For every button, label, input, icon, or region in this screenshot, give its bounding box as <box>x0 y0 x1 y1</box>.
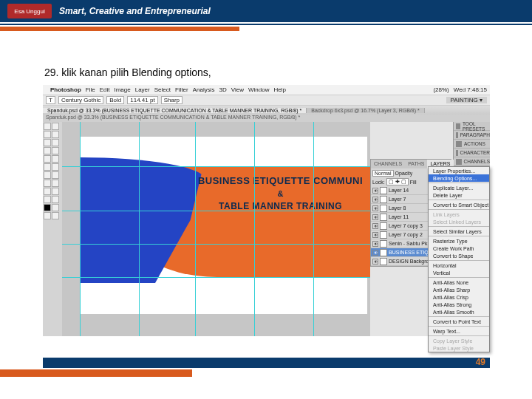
font-family-dropdown[interactable]: Century Gothic <box>58 96 103 104</box>
menu-window[interactable]: Window <box>248 86 269 93</box>
ctx-item[interactable]: Delete Layer <box>429 191 489 199</box>
panel-icon <box>456 141 462 147</box>
quickmask-tool[interactable] <box>44 212 51 219</box>
type-tool-icon[interactable]: T <box>46 96 55 104</box>
menu-analysis[interactable]: Analysis <box>193 86 215 93</box>
screenmode-tool[interactable] <box>52 212 59 219</box>
menu-edit[interactable]: Edit <box>100 86 110 93</box>
guide-v <box>254 122 255 336</box>
ctx-item[interactable]: Horizontal <box>429 262 489 269</box>
ctx-item[interactable]: Anti-Alias Strong <box>429 301 489 308</box>
step-number: 29. <box>44 66 58 78</box>
ctx-item[interactable]: Convert to Point Text <box>429 318 489 325</box>
eyedrop-tool[interactable] <box>52 139 59 146</box>
ctx-item[interactable]: Anti-Alias Crisp <box>429 293 489 301</box>
tab-paths[interactable]: PATHS <box>405 160 427 168</box>
dock-paragraph[interactable]: PARAGRAPH <box>454 131 490 140</box>
menu-layer[interactable]: Layer <box>135 86 150 93</box>
fg-swatch[interactable] <box>44 204 51 211</box>
visibility-icon[interactable]: 👁 <box>372 232 378 238</box>
workspace-switcher[interactable]: PAINTING ▾ <box>446 97 487 103</box>
tab-channels[interactable]: CHANNELS <box>371 160 405 168</box>
dock-tool-presets[interactable]: TOOL PRESETS <box>454 122 490 131</box>
ctx-item[interactable]: Layer Properties... <box>429 167 489 174</box>
zoom-tool[interactable] <box>52 196 59 203</box>
dock-actions[interactable]: ACTIONS <box>454 140 490 149</box>
crop-tool[interactable] <box>44 139 51 146</box>
wand-tool[interactable] <box>52 131 59 138</box>
ctx-item[interactable]: Create Work Path <box>429 245 489 252</box>
banner-ampersand: & <box>195 189 366 198</box>
options-bar: T Century Gothic Bold 114.41 pt Sharp PA… <box>43 95 490 106</box>
right-panels: TOOL PRESETS PARAGRAPH ACTIONS CHARACTER… <box>370 122 490 336</box>
doc-tab-2[interactable]: Backdrop 6x3.psd @ 16.7% (Layer 3, RGB/8… <box>307 108 424 113</box>
doc-tab-1[interactable]: Spanduk.psd @ 33.3% (BUSINESS ETIQUETTE … <box>43 108 307 113</box>
blur-tool[interactable] <box>44 171 51 179</box>
menu-select[interactable]: Select <box>154 86 171 93</box>
header-blue-bar: Esa Unggul Smart, Creative and Entrepren… <box>0 0 532 22</box>
visibility-icon[interactable]: 👁 <box>372 259 378 265</box>
gradient-tool[interactable] <box>52 163 59 171</box>
blend-mode-dropdown[interactable]: Normal <box>372 170 394 177</box>
menu-filter[interactable]: Filter <box>175 86 188 93</box>
visibility-icon[interactable]: 👁 <box>372 241 378 247</box>
ctx-item[interactable]: Rasterize Type <box>429 237 489 245</box>
ctx-item[interactable]: Vertical <box>429 269 489 276</box>
guide-h <box>62 244 370 245</box>
menu-view[interactable]: View <box>231 86 244 93</box>
brush-tool[interactable] <box>52 147 59 154</box>
visibility-icon[interactable]: 👁 <box>372 188 378 194</box>
heal-tool[interactable] <box>44 147 51 154</box>
visibility-icon[interactable]: 👁 <box>372 223 378 229</box>
eraser-tool[interactable] <box>44 163 51 171</box>
clone-tool[interactable] <box>44 155 51 163</box>
anti-alias-dropdown[interactable]: Sharp <box>161 96 183 104</box>
ctx-item[interactable]: Anti-Alias Smooth <box>429 308 489 316</box>
ctx-item[interactable]: Convert to Smart Object <box>429 201 489 208</box>
ctx-item[interactable]: Blending Options... <box>429 174 489 182</box>
document-title-bar: Spanduk.psd @ 33.3% (BUSINESS ETIQUETTE … <box>43 115 490 122</box>
ctx-item[interactable]: Convert to Shape <box>429 252 489 259</box>
visibility-icon[interactable]: 👁 <box>372 250 378 256</box>
slide-header: Esa Unggul Smart, Creative and Entrepren… <box>0 0 532 37</box>
type-tool[interactable] <box>52 180 59 187</box>
font-style-dropdown[interactable]: Bold <box>106 96 124 104</box>
menu-3d[interactable]: 3D <box>219 86 227 93</box>
dock-label: TOOL PRESETS <box>463 121 490 132</box>
visibility-icon[interactable]: 👁 <box>372 197 378 202</box>
visibility-icon[interactable]: 👁 <box>372 205 378 211</box>
lock-icons[interactable]: ▢ ✚ ▢ <box>386 178 409 185</box>
dock-channels[interactable]: CHANNELS <box>454 157 490 166</box>
app-name[interactable]: Photoshop <box>50 86 81 93</box>
layer-name: Layer 11 <box>389 214 409 219</box>
history-tool[interactable] <box>52 155 59 163</box>
menu-help[interactable]: Help <box>273 86 285 93</box>
menu-separator <box>429 277 489 278</box>
dodge-tool[interactable] <box>52 171 59 179</box>
tagline-text: Smart, Creative and Entrepreneurial <box>59 6 211 16</box>
menu-separator <box>429 200 489 200</box>
fill-label: Fill <box>410 180 417 185</box>
canvas-area[interactable]: BUSINESS ETIQUETTE COMMUNI & TABLE MANNE… <box>62 122 370 336</box>
ctx-item[interactable]: Duplicate Layer... <box>429 184 489 191</box>
ctx-item[interactable]: Anti-Alias None <box>429 279 489 286</box>
visibility-icon[interactable]: 👁 <box>372 214 378 220</box>
hand-tool[interactable] <box>44 196 51 203</box>
path-tool[interactable] <box>44 188 51 195</box>
ctx-item[interactable]: Anti-Alias Sharp <box>429 286 489 293</box>
font-size-field[interactable]: 114.41 pt <box>127 96 157 104</box>
shape-tool[interactable] <box>52 188 59 195</box>
marquee-tool[interactable] <box>52 123 59 130</box>
ctx-item[interactable]: Warp Text... <box>429 327 489 335</box>
move-tool[interactable] <box>44 123 51 130</box>
layer-thumb <box>380 222 387 230</box>
ctx-item[interactable]: Select Similar Layers <box>429 228 489 235</box>
menu-file[interactable]: File <box>86 86 95 93</box>
banner-line-1: BUSINESS ETIQUETTE COMMUNI <box>195 175 366 186</box>
pen-tool[interactable] <box>44 180 51 187</box>
menu-image[interactable]: Image <box>114 86 130 93</box>
lasso-tool[interactable] <box>44 131 51 138</box>
dock-character[interactable]: CHARACTER <box>454 149 490 157</box>
bg-swatch[interactable] <box>52 204 59 211</box>
layer-name: Layer 8 <box>389 205 406 211</box>
